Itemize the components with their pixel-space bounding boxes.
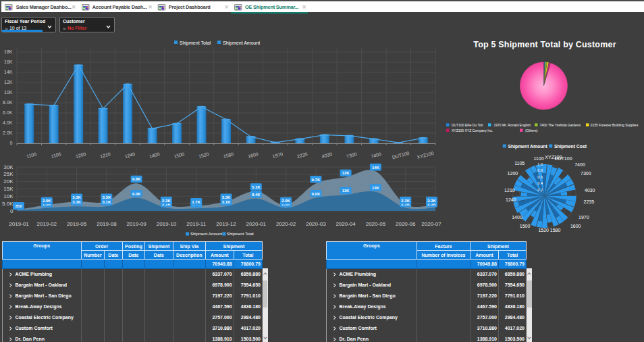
svg-text:1520: 1520 (538, 228, 549, 233)
svg-text:3.1K: 3.1K (72, 200, 81, 204)
svg-text:Shipment Total: Shipment Total (227, 232, 254, 236)
svg-text:7400: 7400 (371, 151, 382, 159)
svg-text:20K: 20K (3, 178, 14, 185)
svg-text:2019-05: 2019-05 (67, 221, 87, 227)
svg-text:1580: 1580 (550, 228, 561, 233)
svg-text:1100: 1100 (533, 156, 543, 161)
svg-text:2.0K: 2.0K (281, 199, 290, 203)
svg-text:2020-03: 2020-03 (306, 221, 326, 227)
svg-text:1580: 1580 (223, 151, 234, 159)
svg-text:15K: 15K (3, 186, 14, 192)
svg-text:14K: 14K (4, 70, 13, 74)
svg-text:1210: 1210 (100, 151, 111, 159)
svg-text:10K: 10K (4, 90, 13, 95)
svg-text:1970: 1970 (272, 151, 284, 159)
svg-text:1500: 1500 (520, 224, 531, 228)
svg-text:Shipment Amount: Shipment Amount (190, 232, 223, 236)
svg-text:1400: 1400 (512, 215, 522, 220)
svg-text:XYZ100 XYZ Company Inc.: XYZ100 XYZ Company Inc. (452, 128, 493, 132)
svg-text:2020-04: 2020-04 (336, 221, 356, 227)
svg-text:4030: 4030 (585, 188, 595, 193)
svg-text:2020-02: 2020-02 (276, 221, 296, 227)
svg-text:2020-06: 2020-06 (396, 221, 416, 227)
svg-text:3.3K: 3.3K (72, 195, 81, 199)
svg-text:352: 352 (15, 204, 22, 208)
svg-text:2019-01: 2019-01 (9, 221, 29, 227)
svg-text:2019-10: 2019-10 (157, 221, 177, 227)
svg-text:0.4: 0.4 (537, 181, 543, 185)
svg-text:14K: 14K (372, 166, 380, 170)
svg-text:Shipment Total: Shipment Total (180, 41, 211, 46)
svg-text:0.6: 0.6 (537, 175, 543, 179)
svg-text:8.0K: 8.0K (3, 100, 13, 105)
svg-text:4.0K: 4.0K (3, 120, 13, 125)
svg-text:18K: 18K (4, 49, 13, 54)
svg-text:2019-11: 2019-11 (186, 221, 206, 227)
svg-text:1210: 1210 (504, 188, 515, 193)
svg-text:5.0K: 5.0K (2, 201, 14, 207)
svg-text:11K: 11K (342, 189, 350, 193)
svg-text:7400: 7400 (574, 162, 585, 167)
svg-text:1200: 1200 (508, 171, 518, 176)
svg-text:10K: 10K (3, 193, 14, 199)
svg-text:6.0K: 6.0K (3, 110, 13, 115)
svg-text:2235: 2235 (296, 151, 308, 159)
svg-text:1200: 1200 (75, 151, 86, 159)
svg-text:9.0K: 9.0K (312, 192, 321, 196)
svg-text:1600: 1600 (247, 151, 259, 159)
svg-text:9.7K: 9.7K (312, 178, 321, 182)
svg-text:5.1K: 5.1K (252, 185, 261, 189)
svg-text:1600: 1600 (570, 224, 581, 228)
svg-text:25K: 25K (3, 171, 14, 177)
svg-text:1240: 1240 (506, 197, 516, 202)
svg-text:2.0K: 2.0K (3, 130, 13, 135)
svg-text:0.8: 0.8 (537, 168, 543, 172)
svg-text:12K: 12K (4, 80, 13, 84)
svg-text:2020-01: 2020-01 (246, 221, 267, 227)
svg-text:7400 The Yoshida Gardens: 7400 The Yoshida Gardens (540, 123, 581, 127)
svg-text:0: 0 (10, 141, 13, 145)
svg-text:DUT100: DUT100 (392, 151, 410, 160)
svg-text:2019-12: 2019-12 (216, 221, 236, 227)
svg-text:1.0: 1.0 (537, 162, 543, 166)
svg-text:1970 Mr. Ronald English: 1970 Mr. Ronald English (494, 123, 531, 127)
svg-text:1970: 1970 (579, 215, 589, 220)
svg-text:Shipment Cost: Shipment Cost (554, 144, 587, 149)
svg-text:2.3K: 2.3K (162, 199, 171, 203)
svg-text:2019-08: 2019-08 (97, 221, 117, 227)
svg-text:1.7K: 1.7K (192, 200, 200, 204)
svg-text:1520: 1520 (198, 151, 209, 159)
svg-text:1500: 1500 (173, 151, 185, 159)
svg-text:3.3K: 3.3K (103, 195, 111, 199)
svg-text:7300: 7300 (581, 171, 591, 176)
svg-text:13K: 13K (372, 186, 380, 190)
svg-text:XYZ100: XYZ100 (417, 151, 434, 160)
svg-text:DUT100: DUT100 (554, 156, 572, 161)
svg-text:2235: 2235 (584, 199, 595, 204)
svg-text:2.3K: 2.3K (401, 199, 410, 203)
svg-text:3.1K: 3.1K (222, 200, 231, 204)
svg-text:Top 5 Shipment Total by Custom: Top 5 Shipment Total by Customer (473, 40, 616, 49)
svg-text:3.1K: 3.1K (103, 200, 111, 204)
svg-text:2019-09: 2019-09 (126, 221, 146, 227)
svg-text:Shipment Amount: Shipment Amount (223, 41, 260, 46)
svg-text:12K: 12K (342, 171, 350, 175)
svg-text:Shipment Amount: Shipment Amount (508, 144, 548, 149)
svg-text:2.0K: 2.0K (43, 199, 51, 203)
svg-text:1105: 1105 (51, 151, 61, 159)
svg-text:3.3K: 3.3K (222, 195, 231, 199)
svg-text:7300: 7300 (346, 151, 357, 159)
svg-text:0.2: 0.2 (537, 188, 543, 192)
svg-text:1240: 1240 (124, 151, 136, 159)
svg-text:16K: 16K (4, 59, 13, 64)
svg-text:DUT100 Ellie Du Toit: DUT100 Ellie Du Toit (452, 123, 483, 127)
svg-text:4030: 4030 (321, 151, 333, 159)
svg-text:8.4K: 8.4K (252, 193, 261, 197)
svg-text:2019-02: 2019-02 (37, 221, 57, 227)
svg-text:1105: 1105 (514, 161, 525, 166)
svg-text:1400: 1400 (149, 151, 161, 159)
svg-text:2020-05: 2020-05 (366, 221, 386, 227)
svg-text:2020-07: 2020-07 (421, 221, 441, 227)
svg-text:(Others): (Others) (525, 128, 538, 132)
svg-text:1100: 1100 (26, 151, 36, 159)
